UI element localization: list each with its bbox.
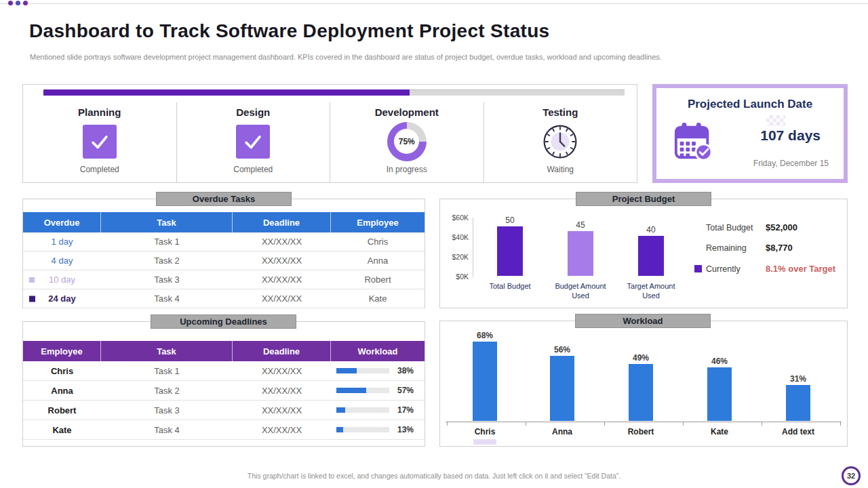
page-number: 32 — [847, 472, 855, 480]
table-row: 24 day Task 4 XX/XX/XX Kate — [23, 289, 425, 308]
bar — [786, 385, 810, 421]
check-icon — [236, 125, 270, 159]
employee-cell: Robert — [331, 270, 425, 289]
phase-name: Development — [375, 106, 439, 118]
table-row: Anna Task 2 XX/XX/XX 57% — [23, 381, 425, 401]
task-cell: Task 4 — [101, 289, 233, 308]
launch-days-count: 107 days — [760, 127, 821, 144]
page-subtitle: Mentioned slide portrays software develo… — [30, 53, 776, 61]
dot-icon — [8, 1, 13, 5]
overdue-cell: 10 day — [23, 270, 101, 289]
section-tab-label: Upcoming Deadlines — [180, 317, 267, 327]
x-axis-tick — [447, 422, 448, 426]
employee-cell: Kate — [331, 289, 425, 308]
workload-bar-track — [336, 388, 389, 393]
employee-cell: Kate — [23, 420, 101, 439]
stat-value: $8,770 — [766, 243, 793, 253]
workload-chart[interactable]: 68% 56% 49% 46% 31% Chris Anna Robert Ka… — [439, 321, 848, 447]
column-header: Employee — [23, 341, 101, 361]
bar-anna: 56% — [550, 345, 574, 421]
bar-budget-amount-used: 45 — [568, 220, 593, 276]
table-row: 1 day Task 1 XX/XX/XX Chris — [23, 232, 425, 251]
bar-value-label: 56% — [554, 345, 570, 354]
upcoming-deadlines-table[interactable]: Employee Task Deadline Workload Chris Ta… — [22, 321, 425, 447]
x-axis-category: Robert — [610, 427, 671, 436]
launch-date-text: Friday, December 15 — [753, 159, 829, 168]
stat-total-budget: Total Budget $52,000 — [706, 222, 797, 232]
dot-icon — [16, 1, 20, 5]
section-tab-label: Workload — [623, 316, 663, 326]
stat-label: Remaining — [706, 243, 766, 253]
overdue-tasks-table[interactable]: Overdue Task Deadline Employee 1 day Tas… — [22, 199, 425, 308]
phase-status: Completed — [233, 165, 273, 174]
workload-bar-fill — [336, 388, 366, 393]
section-tab-label: Project Budget — [612, 194, 675, 204]
overdue-cell: 4 day — [23, 251, 101, 270]
clock-icon — [542, 123, 578, 160]
phase-status-panel[interactable]: Planning Completed Design Completed — [22, 84, 637, 183]
workload-bar-fill — [336, 407, 345, 413]
phase-name: Planning — [78, 106, 121, 118]
employee-cell: Chris — [331, 232, 425, 251]
project-budget-chart[interactable]: $60K $40K $20K $0K 50 45 40 Total Budget… — [439, 199, 848, 308]
workload-percent: 57% — [397, 386, 414, 395]
bar — [568, 231, 593, 276]
y-axis-tick: $40K — [444, 233, 469, 241]
workload-cell: 17% — [331, 401, 425, 420]
legend-square-icon — [694, 265, 702, 272]
table-row: Chris Task 1 XX/XX/XX 38% — [23, 361, 425, 381]
table-header-row: Employee Task Deadline Workload — [23, 341, 425, 361]
x-axis-tick — [526, 422, 526, 426]
deadline-cell: XX/XX/XX — [233, 270, 331, 289]
bar-value-label: 46% — [711, 357, 728, 366]
task-cell: Task 3 — [101, 401, 233, 420]
stat-label: Total Budget — [706, 223, 766, 232]
task-cell: Task 1 — [101, 232, 233, 251]
y-axis-tick: $20K — [444, 253, 469, 261]
top-divider — [0, 3, 868, 4]
task-cell: Task 2 — [101, 381, 233, 400]
bar-value-label: 49% — [633, 353, 649, 363]
bar — [497, 226, 523, 276]
stat-currently: Currently 8.1% over Target — [694, 264, 835, 274]
x-axis-tick — [604, 422, 605, 426]
column-header: Employee — [331, 212, 425, 232]
calendar-check-icon — [673, 121, 715, 163]
table-header-row: Overdue Task Deadline Employee — [23, 212, 425, 232]
y-axis-tick: $60K — [444, 214, 469, 222]
overdue-cell: 24 day — [23, 289, 101, 308]
x-axis-tick — [762, 422, 762, 426]
watermark-decoration — [766, 115, 785, 126]
employee-cell: Robert — [23, 401, 101, 420]
x-axis-category: Budget Amount Used — [548, 282, 613, 301]
task-cell: Task 4 — [101, 420, 233, 439]
task-cell: Task 2 — [101, 251, 233, 270]
bar-value-label: 68% — [477, 331, 493, 340]
x-axis-category: Add text — [768, 427, 829, 436]
employee-cell: Anna — [23, 381, 101, 400]
donut-progress-icon: 75% — [387, 122, 427, 161]
phase-row: Planning Completed Design Completed — [23, 102, 637, 182]
workload-cell: 13% — [331, 420, 425, 439]
phase-name: Design — [236, 106, 270, 118]
projected-launch-date-card[interactable]: Projected Launch Date 107 days Friday, D… — [652, 84, 848, 183]
deadline-cell: XX/XX/XX — [233, 420, 331, 439]
bar — [550, 356, 574, 421]
phase-status: Completed — [80, 165, 119, 174]
y-axis-tick: $0K — [444, 272, 469, 281]
bar-chris: 68% — [473, 331, 497, 421]
table-row: Kate Task 4 XX/XX/XX 13% — [23, 420, 425, 440]
column-header: Task — [101, 212, 233, 232]
section-tab-project-budget: Project Budget — [576, 192, 711, 206]
bar — [707, 367, 732, 421]
phase-status: Waiting — [547, 165, 574, 174]
workload-percent: 13% — [397, 425, 414, 434]
task-cell: Task 3 — [101, 270, 233, 289]
overall-progress-bar — [43, 89, 625, 96]
page-title: Dashboard to Track Software Deployment P… — [29, 20, 549, 42]
stat-remaining: Remaining $8,770 — [706, 243, 793, 253]
bar-kate: 46% — [707, 357, 732, 421]
stat-value-alert: 8.1% over Target — [766, 264, 835, 274]
x-axis-category: Kate — [689, 427, 750, 436]
phase-design: Design Completed — [176, 102, 330, 182]
